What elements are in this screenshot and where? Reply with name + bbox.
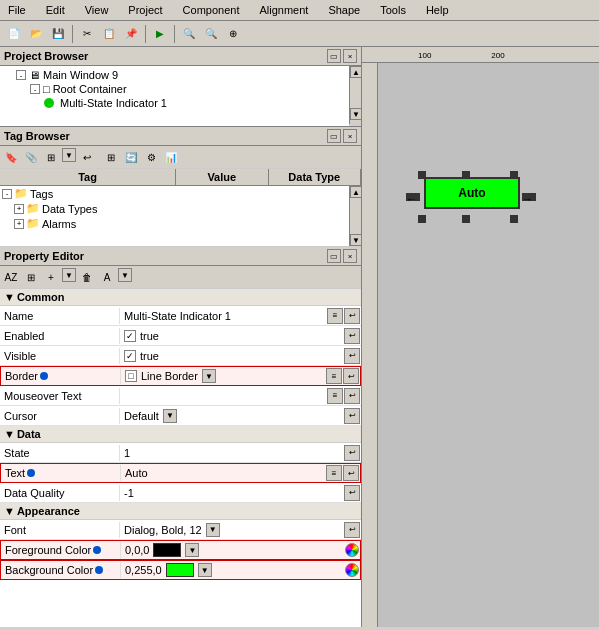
prop-btn-filter[interactable]: ⊞ — [22, 268, 40, 286]
toolbar-preview[interactable]: ▶ — [150, 24, 170, 44]
toolbar-copy[interactable]: 📋 — [99, 24, 119, 44]
toolbar-cut[interactable]: ✂ — [77, 24, 97, 44]
prop-btn-add[interactable]: + — [42, 268, 60, 286]
handle-mr[interactable]: → — [522, 193, 536, 201]
prop-name-edit[interactable]: ≡ — [327, 308, 343, 324]
bg-color-picker[interactable] — [345, 563, 359, 577]
tag-btn-6[interactable]: 🔄 — [122, 148, 140, 166]
tag-btn-3[interactable]: ⊞ — [42, 148, 60, 166]
prop-visible-reset[interactable]: ↩ — [344, 348, 360, 364]
prop-text-edit[interactable]: ≡ — [326, 465, 342, 481]
tags-expand[interactable]: - — [2, 189, 12, 199]
alarms-expand[interactable]: + — [14, 219, 24, 229]
toolbar-zoom-out[interactable]: 🔍 — [201, 24, 221, 44]
project-browser-restore[interactable]: ▭ — [327, 49, 341, 63]
handle-bm[interactable] — [462, 215, 470, 223]
handle-bl[interactable] — [418, 215, 426, 223]
prop-cursor-reset[interactable]: ↩ — [344, 408, 360, 424]
tree-root-container[interactable]: - □ Root Container — [2, 82, 347, 96]
project-browser-scrollbar[interactable]: ▲ ▼ — [349, 66, 361, 124]
prop-btn-font[interactable]: A — [98, 268, 116, 286]
prop-fg-label: Foreground Color — [1, 542, 121, 558]
prop-btn-alphabetical[interactable]: AZ — [2, 268, 20, 286]
tree-main-window[interactable]: - 🖥 Main Window 9 — [2, 68, 347, 82]
tag-dropdown-1[interactable]: ▼ — [62, 148, 76, 162]
menu-alignment[interactable]: Alignment — [255, 2, 312, 18]
tag-btn-5[interactable]: ⊞ — [102, 148, 120, 166]
tag-row-alarms[interactable]: + 📁 Alarms — [0, 216, 349, 231]
auto-widget[interactable]: Auto — [424, 177, 520, 209]
prop-border-edit[interactable]: ≡ — [326, 368, 342, 384]
tag-btn-8[interactable]: 📊 — [162, 148, 180, 166]
ruler-mark-200: 200 — [491, 51, 504, 60]
prop-state-reset[interactable]: ↩ — [344, 445, 360, 461]
fg-color-picker[interactable] — [345, 543, 359, 557]
property-editor-close[interactable]: × — [343, 249, 357, 263]
tag-scroll-up[interactable]: ▲ — [350, 186, 361, 198]
cursor-dropdown[interactable]: ▼ — [163, 409, 177, 423]
tag-btn-1[interactable]: 🔖 — [2, 148, 20, 166]
border-checkbox[interactable]: □ — [125, 370, 137, 382]
bg-dropdown[interactable]: ▼ — [198, 563, 212, 577]
menu-shape[interactable]: Shape — [324, 2, 364, 18]
prop-quality-reset[interactable]: ↩ — [344, 485, 360, 501]
prop-btn-delete[interactable]: 🗑 — [78, 268, 96, 286]
tag-scrollbar[interactable]: ▲ ▼ — [349, 186, 361, 246]
auto-widget-label: Auto — [458, 186, 485, 200]
fg-dropdown[interactable]: ▼ — [185, 543, 199, 557]
alarms-label: Alarms — [42, 218, 76, 230]
handle-ml[interactable]: ← — [406, 193, 420, 201]
prop-dropdown-1[interactable]: ▼ — [62, 268, 76, 282]
tree-expand-main[interactable]: - — [16, 70, 26, 80]
bg-color-swatch[interactable] — [166, 563, 194, 577]
prop-font-reset[interactable]: ↩ — [344, 522, 360, 538]
scroll-down[interactable]: ▼ — [350, 108, 362, 120]
section-common-toggle[interactable]: ▼ — [4, 291, 15, 303]
menu-edit[interactable]: Edit — [42, 2, 69, 18]
tag-btn-4[interactable]: ↩ — [78, 148, 96, 166]
project-browser-close[interactable]: × — [343, 49, 357, 63]
tree-indicator[interactable]: Multi-State Indicator 1 — [2, 96, 347, 110]
prop-mouseover-reset[interactable]: ↩ — [344, 388, 360, 404]
prop-dropdown-2[interactable]: ▼ — [118, 268, 132, 282]
scroll-up[interactable]: ▲ — [350, 66, 362, 78]
font-dropdown[interactable]: ▼ — [206, 523, 220, 537]
menu-tools[interactable]: Tools — [376, 2, 410, 18]
prop-mouseover-edit[interactable]: ≡ — [327, 388, 343, 404]
menu-help[interactable]: Help — [422, 2, 453, 18]
datatypes-expand[interactable]: + — [14, 204, 24, 214]
toolbar-zoom-reset[interactable]: ⊕ — [223, 24, 243, 44]
property-editor-restore[interactable]: ▭ — [327, 249, 341, 263]
section-data-toggle[interactable]: ▼ — [4, 428, 15, 440]
toolbar-paste[interactable]: 📌 — [121, 24, 141, 44]
menu-file[interactable]: File — [4, 2, 30, 18]
prop-name-value: Multi-State Indicator 1 — [120, 308, 326, 324]
menu-component[interactable]: Component — [179, 2, 244, 18]
tree-expand-root[interactable]: - — [30, 84, 40, 94]
toolbar-sep-1 — [72, 25, 73, 43]
tag-browser-restore[interactable]: ▭ — [327, 129, 341, 143]
prop-border-reset[interactable]: ↩ — [343, 368, 359, 384]
tag-btn-7[interactable]: ⚙ — [142, 148, 160, 166]
visible-checkbox[interactable]: ✓ — [124, 350, 136, 362]
tag-browser-close[interactable]: × — [343, 129, 357, 143]
tag-scroll-down[interactable]: ▼ — [350, 234, 361, 246]
tag-row-tags[interactable]: - 📁 Tags — [0, 186, 349, 201]
prop-text-reset[interactable]: ↩ — [343, 465, 359, 481]
tag-row-datatypes[interactable]: + 📁 Data Types — [0, 201, 349, 216]
menu-project[interactable]: Project — [124, 2, 166, 18]
fg-color-swatch[interactable] — [153, 543, 181, 557]
toolbar-open[interactable]: 📂 — [26, 24, 46, 44]
prop-enabled-reset[interactable]: ↩ — [344, 328, 360, 344]
handle-br[interactable] — [510, 215, 518, 223]
section-appearance-toggle[interactable]: ▼ — [4, 505, 15, 517]
prop-name-reset[interactable]: ↩ — [344, 308, 360, 324]
toolbar-new[interactable]: 📄 — [4, 24, 24, 44]
toolbar-zoom-in[interactable]: 🔍 — [179, 24, 199, 44]
toolbar-save[interactable]: 💾 — [48, 24, 68, 44]
tag-btn-2[interactable]: 📎 — [22, 148, 40, 166]
enabled-checkbox[interactable]: ✓ — [124, 330, 136, 342]
prop-border-value[interactable]: □ Line Border ▼ — [121, 367, 325, 385]
menu-view[interactable]: View — [81, 2, 113, 18]
border-dropdown[interactable]: ▼ — [202, 369, 216, 383]
